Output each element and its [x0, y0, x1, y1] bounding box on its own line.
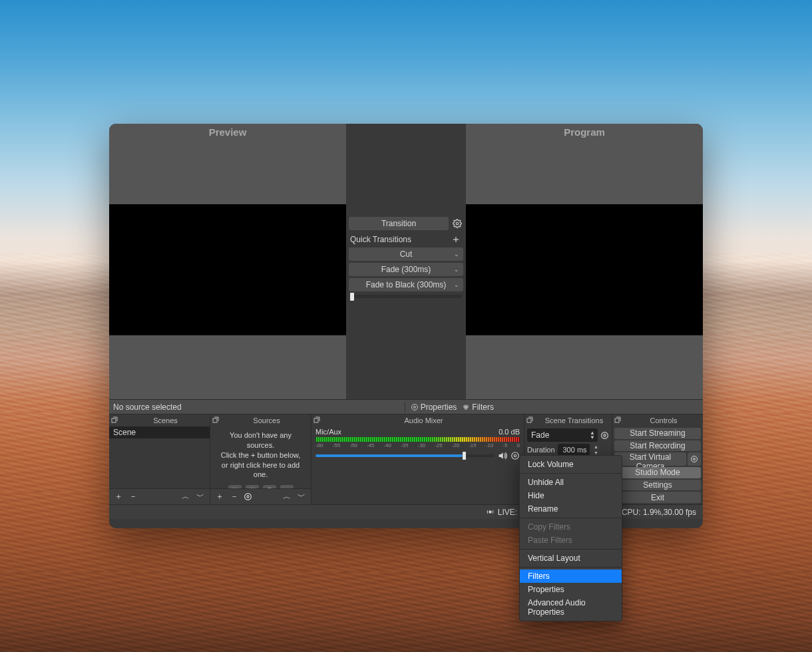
popout-icon[interactable] [110, 416, 120, 425]
svg-point-27 [694, 458, 696, 460]
audio-mixer-dock: Audio Mixer Mic/Aux 0.0 dB -60-55-50-45-… [311, 414, 524, 504]
audio-meter [315, 437, 520, 442]
add-source-icon[interactable]: ＋ [214, 491, 225, 502]
studio-mode-row: Preview Transition Quick Transitions Cut… [109, 124, 703, 399]
mixer-context-menu: Lock VolumeUnhide AllHideRenameCopy Filt… [519, 455, 622, 621]
image-source-icon [228, 485, 242, 488]
svg-point-21 [514, 454, 516, 457]
preview-title: Preview [109, 124, 346, 140]
source-settings-icon[interactable] [244, 492, 254, 501]
move-scene-down-icon[interactable]: ﹀ [195, 491, 206, 502]
context-menu-item[interactable]: Rename [520, 502, 622, 516]
svg-rect-20 [314, 418, 318, 422]
preview-panel: Preview [109, 124, 346, 399]
up-down-icon: ▲▼ [590, 430, 595, 440]
quick-transition-cut[interactable]: Cut⌄ [349, 247, 463, 261]
chevron-down-icon: ⌄ [454, 266, 459, 273]
program-title: Program [466, 124, 703, 140]
start-streaming-button[interactable]: Start Streaming [614, 428, 701, 439]
svg-rect-23 [527, 418, 531, 422]
source-toolbar: No source selected Properties Filters [109, 399, 703, 414]
popout-icon[interactable] [526, 416, 535, 425]
svg-point-24 [604, 434, 606, 436]
context-menu-item[interactable]: Hide [520, 489, 622, 502]
svg-point-22 [512, 452, 519, 460]
context-menu-item[interactable]: Vertical Layout [520, 552, 622, 565]
duration-field[interactable] [558, 444, 590, 456]
program-panel: Program [466, 124, 703, 399]
tbar-slider[interactable] [350, 295, 462, 298]
context-menu-item[interactable]: Lock Volume [520, 458, 622, 471]
move-scene-up-icon[interactable]: ︿ [180, 491, 191, 502]
sources-dock: Sources You don't have any sources. Clic… [210, 414, 311, 504]
duration-spinner[interactable]: ▲▼ [592, 444, 600, 456]
svg-point-7 [465, 407, 468, 410]
move-source-down-icon[interactable]: ﹀ [296, 491, 307, 502]
preview-viewport[interactable] [109, 204, 346, 335]
svg-point-29 [489, 511, 491, 513]
transition-settings-icon[interactable] [451, 218, 463, 230]
camera-source-icon [280, 485, 294, 488]
add-quick-transition-icon[interactable] [450, 234, 462, 245]
display-source-icon [246, 485, 259, 488]
start-virtual-camera-button[interactable]: Start Virtual Camera [614, 452, 686, 466]
context-menu-item: Copy Filters [520, 520, 622, 534]
remove-source-icon[interactable]: － [229, 491, 240, 502]
svg-rect-26 [615, 418, 619, 422]
sources-title: Sources [224, 416, 309, 424]
context-menu-item: Paste Filters [520, 534, 622, 547]
virtual-camera-settings-icon[interactable] [688, 452, 701, 466]
program-viewport[interactable] [466, 204, 703, 335]
controls-dock: Controls Start Streaming Start Recording… [612, 414, 703, 504]
quick-transition-fade-to-black[interactable]: Fade to Black (300ms)⌄ [349, 278, 463, 291]
scenes-title: Scenes [122, 416, 208, 424]
browser-source-icon [263, 485, 276, 488]
gear-icon [411, 403, 419, 411]
popout-icon[interactable] [212, 416, 221, 425]
svg-rect-9 [213, 418, 217, 422]
add-scene-icon[interactable]: ＋ [113, 491, 124, 502]
popout-icon[interactable] [313, 416, 322, 425]
svg-point-25 [602, 432, 608, 438]
studio-mode-button[interactable]: Studio Mode [614, 467, 701, 478]
transition-select[interactable]: Fade ▲▼ [527, 428, 598, 442]
svg-point-18 [247, 496, 249, 498]
remove-scene-icon[interactable]: － [128, 491, 138, 502]
source-properties-button[interactable]: Properties [411, 403, 457, 412]
no-source-label: No source selected [113, 403, 182, 412]
settings-button[interactable]: Settings [614, 480, 701, 491]
sources-empty-text: You don't have any sources. Click the + … [210, 426, 311, 482]
mixer-channel-level: 0.0 dB [499, 428, 520, 436]
scenes-dock: Scenes Scene ＋ － ︿ ﹀ [109, 414, 210, 504]
source-filters-button[interactable]: Filters [462, 403, 494, 412]
volume-slider[interactable] [315, 454, 495, 457]
cpu-status: CPU: 1.9%,30.00 fps [622, 508, 696, 517]
transition-settings-icon[interactable] [600, 431, 609, 440]
duration-label: Duration [527, 446, 555, 454]
quick-transition-fade[interactable]: Fade (300ms)⌄ [349, 263, 463, 276]
meter-ticks: -60-55-50-45-40-35-30-25-20-15-10-50 [315, 442, 520, 448]
mixer-title: Audio Mixer [325, 416, 522, 424]
exit-button[interactable]: Exit [614, 492, 701, 503]
svg-point-3 [413, 406, 415, 408]
controls-title: Controls [626, 416, 702, 424]
mixer-channel-settings-icon[interactable] [510, 451, 520, 460]
svg-point-19 [245, 494, 252, 500]
quick-transitions-label: Quick Transitions [350, 235, 411, 244]
filters-icon [462, 403, 470, 411]
chevron-down-icon: ⌄ [454, 281, 459, 288]
scene-item[interactable]: Scene [109, 426, 210, 438]
mixer-channel-name: Mic/Aux [315, 428, 341, 436]
context-menu-item[interactable]: Filters [520, 570, 622, 583]
context-menu-item[interactable]: Properties [520, 583, 622, 596]
svg-point-28 [692, 456, 698, 462]
transition-button[interactable]: Transition [349, 217, 449, 230]
move-source-up-icon[interactable]: ︿ [282, 491, 292, 502]
svg-point-0 [456, 222, 459, 225]
svg-rect-8 [112, 418, 116, 422]
start-recording-button[interactable]: Start Recording [614, 440, 701, 452]
context-menu-item[interactable]: Unhide All [520, 476, 622, 489]
popout-icon[interactable] [614, 416, 623, 425]
context-menu-item[interactable]: Advanced Audio Properties [520, 596, 622, 619]
speaker-icon[interactable] [497, 450, 508, 461]
